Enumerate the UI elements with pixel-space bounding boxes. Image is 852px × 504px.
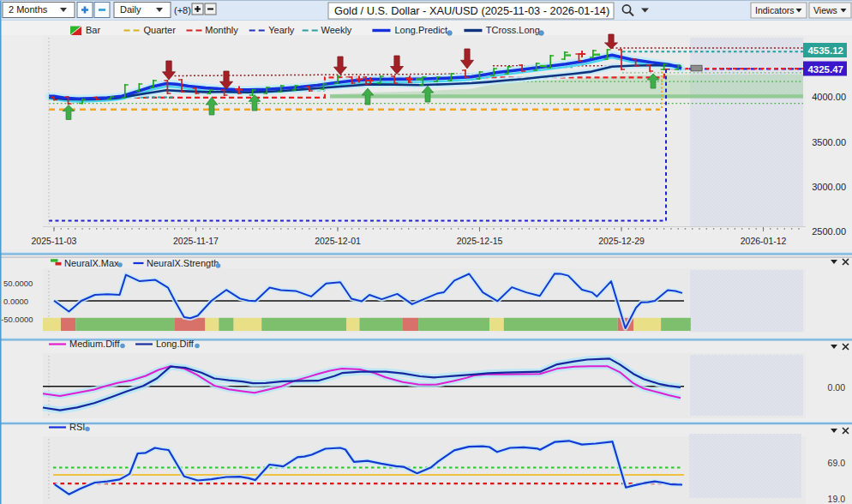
- svg-text:Gold / U.S. Dollar - XAU/USD (: Gold / U.S. Dollar - XAU/USD (2025-11-03…: [334, 4, 609, 17]
- svg-text:0.0000: 0.0000: [3, 297, 28, 306]
- svg-text:Indicators: Indicators: [755, 5, 795, 15]
- svg-text:Daily: Daily: [120, 4, 141, 15]
- svg-text:3000.00: 3000.00: [812, 182, 846, 192]
- svg-text:69.0: 69.0: [828, 458, 846, 468]
- svg-text:Monthly: Monthly: [205, 25, 238, 35]
- svg-text:TCross.Long: TCross.Long: [486, 25, 540, 35]
- svg-text:Views: Views: [813, 5, 837, 15]
- svg-text:-50.0000: -50.0000: [1, 315, 33, 324]
- svg-text:RSI: RSI: [69, 422, 85, 432]
- svg-text:Medium.Diff: Medium.Diff: [69, 339, 120, 349]
- svg-text:3500.00: 3500.00: [812, 137, 846, 147]
- svg-text:Bar: Bar: [86, 25, 100, 35]
- svg-text:2025-12-15: 2025-12-15: [457, 236, 503, 246]
- svg-text:2025-12-01: 2025-12-01: [315, 236, 361, 246]
- svg-text:50.0000: 50.0000: [3, 279, 33, 288]
- svg-text:4535.12: 4535.12: [807, 45, 843, 56]
- svg-text:2025-12-29: 2025-12-29: [598, 236, 645, 246]
- svg-text:4325.47: 4325.47: [807, 64, 843, 75]
- svg-text:19.0: 19.0: [828, 494, 846, 504]
- svg-text:2025-11-03: 2025-11-03: [32, 236, 77, 246]
- svg-text:NeuralX.Max: NeuralX.Max: [64, 258, 119, 268]
- svg-text:0.00: 0.00: [828, 382, 846, 393]
- svg-text:Yearly: Yearly: [268, 25, 295, 35]
- svg-text:Weekly: Weekly: [321, 25, 352, 35]
- svg-text:Quarter: Quarter: [144, 25, 177, 35]
- svg-text:Long.Diff: Long.Diff: [156, 339, 195, 349]
- svg-text:(+8): (+8): [174, 5, 191, 15]
- svg-text:2 Months: 2 Months: [9, 4, 48, 15]
- svg-text:2025-11-17: 2025-11-17: [173, 236, 219, 246]
- svg-text:2026-01-12: 2026-01-12: [741, 236, 787, 246]
- svg-text:2500.00: 2500.00: [812, 226, 846, 237]
- svg-text:NeuralX.Strength: NeuralX.Strength: [147, 258, 219, 268]
- svg-text:Long.Predict: Long.Predict: [394, 25, 447, 35]
- svg-text:4000.00: 4000.00: [812, 92, 846, 102]
